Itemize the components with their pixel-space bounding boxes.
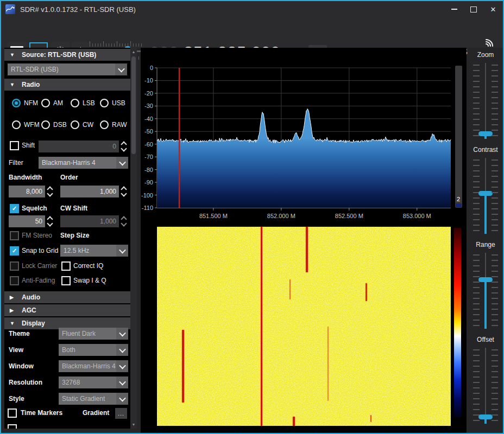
minimize-button[interactable] xyxy=(444,1,464,17)
resolution-dropdown[interactable]: 32768 xyxy=(59,376,128,388)
mode-lsb-radio[interactable]: LSB xyxy=(71,99,95,107)
partial-checkbox[interactable] xyxy=(8,424,17,429)
spinner-icon[interactable] xyxy=(45,215,54,227)
lock-carrier-checkbox[interactable] xyxy=(10,261,19,271)
svg-text:2: 2 xyxy=(457,196,460,202)
correct-iq-checkbox[interactable] xyxy=(61,261,71,271)
scroll-up-icon[interactable]: ▲ xyxy=(130,50,137,54)
theme-dropdown[interactable]: Fluent Dark xyxy=(59,328,128,340)
correct-iq-label: Correct IQ xyxy=(73,262,103,270)
waterfall-display[interactable] xyxy=(157,227,451,426)
zoom-slider-group: Zoom xyxy=(468,48,503,141)
mode-nfm-radio[interactable]: NFM xyxy=(12,99,38,107)
svg-text:-100: -100 xyxy=(141,192,153,199)
spectrum-plot[interactable]: 0-10-20-30-40-50-60-70-80-90-100-110851.… xyxy=(141,48,467,227)
mode-cw-radio[interactable]: CW xyxy=(71,120,93,129)
step-size-label: Step Size xyxy=(60,232,89,240)
spinner-icon[interactable] xyxy=(119,215,128,227)
offset-slider[interactable] xyxy=(473,348,498,424)
snap-to-grid-checkbox[interactable]: ✓ xyxy=(10,246,19,256)
gradient-label: Gradient xyxy=(83,409,109,417)
svg-text:-110: -110 xyxy=(142,205,153,211)
waterfall-signal xyxy=(182,330,184,403)
spinner-icon[interactable] xyxy=(119,186,128,197)
maximize-button[interactable] xyxy=(464,1,483,17)
zoom-slider-thumb[interactable] xyxy=(478,131,493,136)
time-markers-checkbox[interactable] xyxy=(8,409,17,418)
squelch-input[interactable]: 50 xyxy=(9,215,54,227)
bandwidth-label: Bandwidth xyxy=(9,174,42,182)
chevron-down-icon xyxy=(116,157,128,169)
fm-stereo-checkbox[interactable] xyxy=(10,231,19,240)
sidebar-scrollbar[interactable]: ▲ ▼ xyxy=(130,48,137,429)
snap-to-grid-label: Snap to Grid xyxy=(22,247,58,255)
shift-checkbox[interactable] xyxy=(10,141,19,150)
spinner-icon[interactable] xyxy=(119,141,128,152)
chevron-down-icon xyxy=(116,393,128,405)
zoom-label: Zoom xyxy=(468,51,503,60)
radio-icon xyxy=(71,120,79,129)
collapse-arrow-icon: ▼ xyxy=(10,321,22,326)
minimize-icon xyxy=(451,9,457,10)
step-size-dropdown[interactable]: 12.5 kHz xyxy=(60,245,128,257)
mode-am-radio[interactable]: AM xyxy=(41,99,63,107)
radio-icon xyxy=(12,120,21,129)
range-slider-thumb[interactable] xyxy=(478,277,493,282)
fm-stereo-label: FM Stereo xyxy=(22,232,52,240)
view-dropdown[interactable]: Both xyxy=(59,344,128,356)
svg-text:-30: -30 xyxy=(144,103,153,109)
mode-wfm-radio[interactable]: WFM xyxy=(12,120,40,129)
gradient-edit-button[interactable]: ... xyxy=(115,408,127,419)
source-panel-header[interactable]: ▼ Source: RTL-SDR (USB) xyxy=(4,49,130,61)
window-title: SDR# v1.0.0.1732 - RTL-SDR (USB) xyxy=(20,5,136,14)
waterfall-noise-texture xyxy=(157,227,451,426)
range-slider[interactable] xyxy=(473,253,498,329)
swap-iq-checkbox[interactable] xyxy=(61,276,71,285)
contrast-slider[interactable] xyxy=(473,158,498,234)
radio-header-label: Radio xyxy=(22,81,40,88)
audio-panel-header[interactable]: ▶ Audio xyxy=(4,291,130,303)
control-sidebar: ▼ Source: RTL-SDR (USB) RTL-SDR (USB) ▼ … xyxy=(4,48,130,429)
radio-icon xyxy=(100,99,109,107)
bandwidth-input[interactable]: 8,000 xyxy=(9,186,54,197)
collapse-arrow-icon: ▼ xyxy=(10,82,22,87)
offset-slider-group: Offset xyxy=(468,333,503,426)
app-window: SDR# v1.0.0.1732 - RTL-SDR (USB) ✕ ⚙ xyxy=(0,0,504,434)
mode-dsb-radio[interactable]: DSB xyxy=(41,120,67,129)
mode-usb-radio[interactable]: USB xyxy=(100,99,125,107)
collapse-arrow-icon: ▼ xyxy=(10,52,22,58)
svg-text:-20: -20 xyxy=(144,90,153,97)
close-icon: ✕ xyxy=(490,6,496,13)
zoom-slider[interactable] xyxy=(473,63,498,139)
style-dropdown[interactable]: Static Gradient xyxy=(59,393,128,405)
waterfall-signal xyxy=(289,279,291,299)
contrast-label: Contrast xyxy=(468,146,503,155)
waterfall-signal xyxy=(293,417,295,426)
agc-panel-header[interactable]: ▶ AGC xyxy=(4,304,130,316)
scroll-down-icon[interactable]: ▼ xyxy=(130,423,137,426)
window-fn-dropdown[interactable]: Blackman-Harris 4 xyxy=(59,360,128,372)
shift-input[interactable]: 0 xyxy=(39,141,128,152)
anti-fading-checkbox[interactable] xyxy=(10,276,19,285)
toolbar: ⚙ 000.851.225.000 AIRSPY xyxy=(1,17,503,48)
contrast-slider-thumb[interactable] xyxy=(478,191,493,196)
order-input[interactable]: 1,000 xyxy=(60,186,128,197)
svg-text:852.500 M: 852.500 M xyxy=(335,213,363,219)
anti-fading-label: Anti-Fading xyxy=(22,277,55,285)
spinner-icon[interactable] xyxy=(45,186,54,197)
radio-icon xyxy=(41,99,50,107)
cw-shift-input[interactable]: 1,000 xyxy=(60,215,128,227)
maximize-icon xyxy=(470,7,477,12)
scrollbar-thumb[interactable] xyxy=(131,56,136,154)
radio-panel-header[interactable]: ▼ Radio xyxy=(4,79,130,91)
offset-slider-thumb[interactable] xyxy=(478,414,493,419)
source-device-dropdown[interactable]: RTL-SDR (USB) xyxy=(8,63,127,75)
filter-dropdown[interactable]: Blackman-Harris 4 xyxy=(39,157,128,169)
mode-raw-radio[interactable]: RAW xyxy=(100,120,127,129)
svg-text:-60: -60 xyxy=(144,141,153,148)
squelch-checkbox[interactable]: ✓ xyxy=(10,204,19,213)
close-button[interactable]: ✕ xyxy=(483,1,503,17)
svg-text:-70: -70 xyxy=(144,154,153,160)
chevron-down-icon xyxy=(115,63,127,75)
offset-label: Offset xyxy=(468,336,503,344)
